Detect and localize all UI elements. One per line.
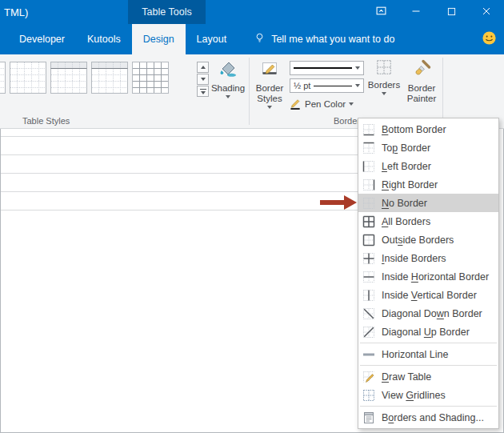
gallery-scroll-up-button[interactable] bbox=[197, 62, 209, 73]
menu-item-view-gridlines[interactable]: View Gridlines bbox=[358, 386, 498, 404]
borders-dropdown-menu: Bottom BorderTop BorderLeft BorderRight … bbox=[358, 118, 499, 429]
tab-layout[interactable]: Layout bbox=[186, 24, 238, 54]
tab-kutools[interactable]: Kutools bbox=[76, 24, 132, 54]
table-style-thumbnail[interactable] bbox=[132, 62, 169, 97]
border-outside-icon bbox=[362, 234, 376, 247]
menu-item-inside-horizontal-border[interactable]: Inside Horizontal Border bbox=[358, 267, 498, 286]
close-button[interactable] bbox=[469, 0, 504, 24]
table-tools-contextual-tab[interactable]: Table Tools bbox=[128, 0, 206, 24]
table-gridline bbox=[0, 210, 358, 210]
menu-item-diagonal-down-border[interactable]: Diagonal Down Border bbox=[358, 304, 498, 323]
close-icon bbox=[482, 6, 491, 18]
dropdown-caret-icon bbox=[355, 84, 360, 87]
dropdown-caret-icon bbox=[355, 66, 360, 70]
table-style-thumbnail[interactable] bbox=[91, 62, 128, 97]
table-style-thumbnail[interactable] bbox=[50, 62, 87, 97]
border-styles-label: Border Styles bbox=[251, 83, 288, 104]
menu-item-horizontal-line[interactable]: Horizontal Line bbox=[358, 345, 498, 363]
menu-item-label: Left Border bbox=[382, 161, 431, 172]
menu-item-bottom-border[interactable]: Bottom Border bbox=[358, 120, 498, 138]
tab-design[interactable]: Design bbox=[132, 24, 186, 54]
border-inside-h-icon bbox=[362, 271, 376, 283]
line-weight-combo[interactable]: ½ pt bbox=[290, 78, 364, 93]
table-gridline bbox=[0, 173, 358, 174]
menu-item-label: Inside Horizontal Border bbox=[382, 271, 489, 283]
border-none-icon bbox=[362, 197, 376, 210]
pen-color-icon bbox=[290, 98, 302, 111]
menu-item-left-border[interactable]: Left Border bbox=[358, 157, 498, 175]
lightbulb-icon bbox=[254, 32, 266, 46]
border-styles-icon bbox=[259, 58, 280, 82]
menu-item-right-border[interactable]: Right Border bbox=[358, 175, 498, 194]
menu-item-label: Diagonal Down Border bbox=[382, 308, 482, 319]
down-arrow-icon bbox=[201, 78, 206, 81]
menu-item-label: Inside Borders bbox=[382, 253, 446, 264]
window-frame bbox=[0, 129, 1, 433]
dropdown-caret-icon bbox=[267, 106, 272, 109]
draw-table-icon bbox=[362, 371, 376, 383]
minimize-icon bbox=[411, 6, 421, 18]
tab-developer[interactable]: Developer bbox=[8, 24, 76, 54]
menu-item-diagonal-up-border[interactable]: Diagonal Up Border bbox=[358, 323, 498, 341]
line-style-combo[interactable] bbox=[290, 61, 364, 75]
more-arrow-icon bbox=[201, 91, 206, 94]
gallery-scroll-down-button[interactable] bbox=[197, 74, 209, 85]
menu-item-no-border[interactable]: No Border bbox=[358, 194, 498, 212]
table-style-thumbnail[interactable] bbox=[0, 62, 6, 97]
menu-item-label: Bottom Border bbox=[382, 124, 446, 135]
border-styles-button[interactable]: Border Styles bbox=[251, 58, 288, 109]
tellme-box[interactable]: Tell me what you want to do bbox=[254, 24, 394, 54]
smiley-feedback-button[interactable] bbox=[482, 24, 497, 54]
shading-label: Shading bbox=[211, 83, 245, 94]
menu-item-label: All Borders bbox=[382, 216, 430, 227]
menu-item-draw-table[interactable]: Draw Table bbox=[358, 367, 498, 386]
border-painter-label: Border Painter bbox=[402, 83, 441, 104]
menu-item-inside-borders[interactable]: Inside Borders bbox=[358, 249, 498, 267]
table-gridline bbox=[0, 191, 358, 192]
menu-item-label: Inside Vertical Border bbox=[382, 290, 477, 301]
border-inside-v-icon bbox=[362, 289, 376, 302]
border-painter-icon bbox=[411, 58, 432, 82]
ribbon-tab-bar: DeveloperKutoolsDesignLayout Tell me wha… bbox=[0, 24, 504, 54]
line-style-preview bbox=[294, 67, 352, 69]
annotation-arrow bbox=[319, 194, 358, 210]
group-separator bbox=[442, 58, 443, 125]
menu-item-label: Right Border bbox=[382, 179, 438, 190]
table-style-thumbnail[interactable] bbox=[10, 62, 46, 97]
tellme-label: Tell me what you want to do bbox=[271, 34, 394, 45]
up-arrow-icon bbox=[201, 66, 206, 69]
table-gridline bbox=[0, 136, 358, 137]
view-gridlines-icon bbox=[362, 389, 376, 402]
border-diag-up-icon bbox=[362, 326, 376, 339]
menu-item-label: Borders and Shading... bbox=[382, 412, 484, 423]
maximize-button[interactable] bbox=[434, 0, 469, 24]
line-weight-value: ½ pt bbox=[294, 81, 310, 90]
border-right-icon bbox=[362, 178, 376, 191]
menu-item-top-border[interactable]: Top Border bbox=[358, 138, 498, 157]
pen-color-button[interactable]: Pen Color bbox=[290, 96, 364, 112]
contextual-tab-label: Table Tools bbox=[142, 6, 191, 18]
menu-item-label: Horizontal Line bbox=[382, 349, 448, 360]
maximize-icon bbox=[447, 6, 456, 18]
border-top-icon bbox=[362, 142, 376, 154]
gallery-more-button[interactable] bbox=[197, 86, 209, 97]
borders-button[interactable]: Borders bbox=[366, 58, 402, 95]
table-styles-gallery[interactable] bbox=[0, 62, 194, 97]
border-painter-button[interactable]: Border Painter bbox=[402, 58, 441, 104]
menu-item-outside-borders[interactable]: Outside Borders bbox=[358, 231, 498, 249]
menu-separator bbox=[360, 343, 497, 343]
menu-item-inside-vertical-border[interactable]: Inside Vertical Border bbox=[358, 286, 498, 304]
borders-shading-dialog-icon bbox=[362, 411, 376, 424]
outlook-message-window: TML) Table Tools bbox=[0, 0, 504, 433]
ribbon-tabs: DeveloperKutoolsDesignLayout bbox=[8, 24, 238, 54]
minimize-button[interactable] bbox=[398, 0, 434, 24]
menu-item-all-borders[interactable]: All Borders bbox=[358, 212, 498, 231]
smiley-icon bbox=[482, 30, 497, 49]
border-diag-down-icon bbox=[362, 307, 376, 320]
pen-color-label: Pen Color bbox=[305, 99, 346, 109]
line-weight-preview bbox=[314, 86, 352, 86]
ribbon-display-options-button[interactable] bbox=[363, 0, 398, 24]
shading-button[interactable]: Shading bbox=[209, 58, 247, 98]
menu-item-borders-and-shading[interactable]: Borders and Shading... bbox=[358, 408, 498, 427]
dropdown-caret-icon bbox=[382, 92, 386, 95]
